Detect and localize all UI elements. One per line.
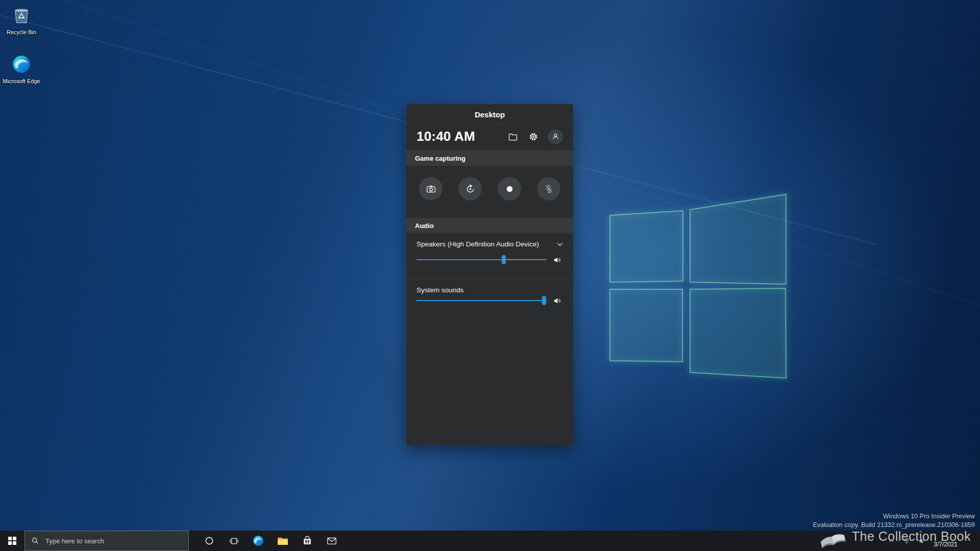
- taskbar: 3/7/2021: [0, 531, 980, 551]
- speaker-icon[interactable]: [553, 256, 561, 264]
- slider-thumb[interactable]: [502, 255, 506, 264]
- tray-volume-button[interactable]: [918, 537, 926, 545]
- edge-icon: [11, 54, 32, 77]
- cortana-button[interactable]: [197, 531, 222, 551]
- desktop-icon-label: Recycle Bin: [7, 29, 36, 36]
- start-button[interactable]: [0, 531, 24, 551]
- gamebar-title: Desktop: [406, 104, 573, 124]
- start-icon: [8, 537, 16, 545]
- file-explorer-icon: [277, 535, 289, 547]
- speakers-volume-slider[interactable]: [416, 255, 547, 264]
- folder-icon: [508, 132, 518, 142]
- screenshot-button[interactable]: [419, 177, 443, 201]
- audio-section: Speakers (High Definition Audio Device) …: [406, 240, 573, 305]
- system-sounds-volume-slider[interactable]: [416, 296, 547, 305]
- record-last-button[interactable]: [458, 177, 482, 201]
- gear-icon: [528, 132, 538, 142]
- desktop-icon-microsoft-edge[interactable]: Microsoft Edge: [2, 54, 41, 85]
- section-header-label: Audio: [415, 222, 434, 230]
- slider-fill: [416, 259, 504, 260]
- system-tray: 3/7/2021: [888, 534, 980, 548]
- desktop-icon-label: Microsoft Edge: [3, 78, 40, 85]
- audio-device-select[interactable]: Speakers (High Definition Audio Device): [416, 240, 563, 248]
- record-button[interactable]: [498, 177, 521, 201]
- section-header-audio: Audio: [406, 218, 573, 233]
- task-view-icon: [229, 536, 239, 546]
- taskbar-mail-button[interactable]: [320, 531, 344, 551]
- edge-icon: [252, 535, 264, 547]
- slider-fill: [416, 300, 544, 301]
- gamebar-panel: Desktop 10:40 AM: [406, 104, 573, 445]
- system-sounds-label: System sounds: [416, 286, 563, 294]
- chevron-down-icon: [557, 242, 563, 246]
- network-icon: [902, 537, 911, 545]
- tray-chevron-up-button[interactable]: [888, 537, 895, 544]
- camera-icon: [426, 184, 436, 194]
- task-view-button[interactable]: [222, 531, 246, 551]
- search-input[interactable]: [44, 537, 182, 545]
- store-icon: [302, 535, 313, 546]
- search-icon: [31, 537, 39, 545]
- winver-line2: Evaluation copy. Build 21332.rs_prerelea…: [813, 521, 975, 530]
- gamebar-top-row: 10:40 AM: [406, 124, 573, 146]
- profile-button[interactable]: [548, 129, 563, 144]
- recycle-bin-icon: [11, 4, 32, 28]
- capture-buttons-row: [406, 166, 573, 210]
- user-icon: [551, 132, 560, 141]
- chevron-up-icon: [888, 537, 895, 544]
- mic-toggle-button[interactable]: [537, 177, 560, 201]
- taskbar-file-explorer-button[interactable]: [271, 531, 295, 551]
- divider: [406, 278, 573, 278]
- tray-date: 3/7/2021: [934, 541, 958, 548]
- taskbar-store-button[interactable]: [295, 531, 320, 551]
- gamebar-clock: 10:40 AM: [416, 129, 507, 144]
- section-header-game-capturing: Game capturing: [406, 151, 573, 166]
- record-icon: [504, 184, 515, 194]
- record-last-icon: [465, 184, 476, 194]
- settings-button[interactable]: [527, 131, 540, 143]
- tray-clock[interactable]: 3/7/2021: [934, 541, 958, 548]
- slider-thumb[interactable]: [542, 296, 546, 305]
- desktop-icon-recycle-bin[interactable]: Recycle Bin: [2, 4, 41, 36]
- audio-device-label: Speakers (High Definition Audio Device): [416, 240, 557, 248]
- taskbar-edge-button[interactable]: [246, 531, 271, 551]
- mic-muted-icon: [544, 184, 554, 194]
- captures-folder-button[interactable]: [507, 131, 519, 143]
- winver-watermark: Windows 10 Pro Insider Preview Evaluatio…: [813, 512, 975, 530]
- section-header-label: Game capturing: [415, 155, 465, 162]
- cortana-icon: [204, 536, 214, 546]
- speaker-icon[interactable]: [553, 296, 561, 305]
- mail-icon: [326, 535, 337, 546]
- winver-line1: Windows 10 Pro Insider Preview: [813, 512, 975, 521]
- tray-network-button[interactable]: [902, 537, 911, 545]
- volume-icon: [918, 537, 926, 545]
- taskbar-search[interactable]: [24, 531, 189, 551]
